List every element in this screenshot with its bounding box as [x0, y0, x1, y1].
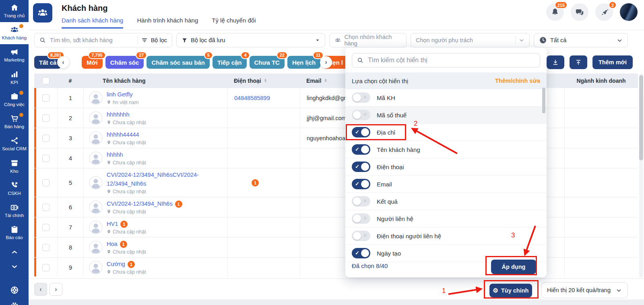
customer-group-select[interactable]: Chọn nhóm khách hàng	[329, 33, 407, 47]
row-checkbox[interactable]	[42, 94, 50, 102]
row-checkbox[interactable]	[42, 204, 50, 211]
toggle-switch[interactable]: ✓ ✕	[352, 144, 370, 155]
time-filter-select[interactable]: Tất cả	[534, 33, 628, 47]
status-chip[interactable]: Chưa TC 22	[250, 56, 285, 69]
phone-link[interactable]	[227, 237, 300, 257]
column-toggle-item[interactable]: ✓ ✕ Email	[345, 176, 547, 193]
row-checkbox[interactable]	[42, 135, 50, 142]
tab[interactable]: Danh sách khách hàng	[62, 17, 123, 29]
column-toggle-item[interactable]: ✓ ✕ Người liên hệ	[345, 210, 547, 227]
sidebar-item[interactable]	[0, 260, 29, 275]
customer-search-input[interactable]	[49, 37, 134, 44]
saved-filters-select[interactable]: Bộ lọc đã lưu	[176, 33, 325, 47]
toggle-switch[interactable]: ✓ ✕	[352, 179, 370, 189]
prev-page-button[interactable]: ‹	[34, 283, 47, 296]
toggle-switch[interactable]: ✓ ✕	[352, 162, 370, 172]
dropdown-scrollbar-thumb[interactable]	[542, 88, 545, 113]
phone-link[interactable]	[227, 197, 300, 217]
table-row[interactable]: 4 hhhhh Chưa cập nhật	[34, 148, 638, 168]
sidebar-item[interactable]: KPI	[0, 67, 29, 89]
row-checkbox[interactable]	[42, 244, 50, 251]
sidebar-item[interactable]: Khách hàng	[0, 22, 29, 44]
status-chip[interactable]: Chăm sóc sau bán 5	[147, 56, 210, 69]
table-row[interactable]: 7 HV11 Chưa cập nhật	[34, 217, 638, 237]
column-toggle-item[interactable]: ✓ ✕ Địa chỉ	[345, 124, 547, 141]
sidebar-item[interactable]: Kho	[0, 156, 29, 178]
phone-link[interactable]	[227, 128, 300, 148]
customer-name-link[interactable]: HV11	[107, 220, 146, 229]
chips-scroll-left-button[interactable]: ‹	[57, 56, 69, 68]
next-page-button[interactable]: ›	[50, 283, 62, 296]
customer-name-link[interactable]: CVI/2024-12/3494_NIh6sCVI/2024-12/3494_N…	[107, 171, 227, 188]
column-toggle-item[interactable]: ✓ ✕ Tên khách hàng	[345, 141, 547, 158]
export-button[interactable]	[547, 55, 564, 69]
sidebar-item[interactable]: Tài chính	[0, 200, 29, 222]
column-header-phone[interactable]: Điện thoại ▲▼	[227, 78, 300, 84]
phone-link[interactable]	[227, 217, 300, 237]
customer-name-link[interactable]: hhhhh	[107, 151, 146, 160]
table-row[interactable]: 3 hhhhh44444 Chưa cập nhật nguyenhoahoa1	[34, 128, 638, 148]
row-checkbox[interactable]	[42, 179, 50, 186]
table-row[interactable]: 9 Cường1 Chưa cập nhật	[34, 258, 638, 276]
add-new-button[interactable]: Thêm mới	[592, 55, 633, 69]
sidebar-item[interactable]: CSKH	[0, 178, 29, 200]
customer-name-link[interactable]: Cường1	[107, 260, 146, 269]
phone-link[interactable]	[227, 258, 300, 276]
column-toggle-item[interactable]: ✓ ✕ Điện thoại người liên hệ	[345, 227, 547, 245]
phone-link[interactable]: 04848585899	[227, 88, 300, 108]
phone-link[interactable]	[227, 148, 300, 168]
status-chip[interactable]: Mới 7,795	[82, 56, 102, 69]
sidebar-item[interactable]: Marketing	[0, 44, 29, 66]
page-size-select[interactable]: Hiển thị 20 kết quả/trang	[541, 282, 628, 298]
user-avatar[interactable]	[620, 3, 638, 21]
status-chip[interactable]: Chăm sóc 27	[105, 56, 144, 69]
select-all-checkbox[interactable]	[42, 77, 50, 84]
sidebar-item[interactable]	[0, 298, 29, 305]
sidebar-item[interactable]: Social CRM	[0, 133, 29, 155]
sort-icon[interactable]: ▲▼	[264, 79, 267, 82]
toggle-switch[interactable]: ✓ ✕	[352, 196, 370, 207]
column-toggle-item[interactable]: ✓ ✕ Kết quả	[345, 193, 547, 210]
add-edit-columns-link[interactable]: Thêm/chỉnh sửa	[495, 78, 540, 84]
row-checkbox[interactable]	[42, 264, 50, 271]
phone-link[interactable]	[227, 168, 300, 197]
page-scrollbar-thumb[interactable]	[639, 75, 643, 160]
status-chip[interactable]: Hẹn lịch 11	[287, 56, 320, 69]
table-row[interactable]: 6 CVI/2024-12/3494_NIh6s1 Chưa cập nhật	[34, 197, 638, 217]
toggle-switch[interactable]: ✓ ✕	[352, 127, 370, 137]
tab[interactable]: Hành trình khách hàng	[137, 17, 198, 29]
toggle-switch[interactable]: ✓ ✕	[352, 213, 370, 224]
sidebar-item[interactable]: Công việc	[0, 89, 29, 111]
customer-name-link[interactable]: hhhhhhh	[107, 111, 146, 119]
chat-button[interactable]	[571, 3, 588, 21]
apply-button[interactable]: Áp dụng	[491, 260, 536, 274]
sidebar-item[interactable]: Bán hàng	[0, 111, 29, 133]
sidebar-item[interactable]: Trang chủ	[0, 0, 29, 22]
whats-new-rocket-button[interactable]: 2	[595, 3, 613, 21]
toggle-switch[interactable]: ✓ ✕	[352, 110, 370, 120]
customer-name-link[interactable]: CVI/2024-12/3494_NIh6s1	[107, 200, 182, 209]
import-button[interactable]	[570, 55, 587, 69]
table-row[interactable]: 1 linh Getfly hn việt nam 04848585899 li…	[34, 88, 638, 108]
table-row[interactable]: 8 Hoa1 Chưa cập nhật	[34, 237, 638, 258]
row-checkbox[interactable]	[42, 224, 50, 231]
filter-button[interactable]: Bộ lọc	[151, 37, 167, 43]
customize-button[interactable]: ⚙ Tùy chỉnh	[489, 284, 532, 297]
notifications-bell-button[interactable]: 215	[546, 3, 564, 21]
sidebar-item[interactable]	[0, 244, 29, 260]
assignee-select[interactable]: Chọn người phụ trách	[411, 33, 530, 47]
status-chip[interactable]: Tiếp cận 4	[213, 56, 247, 69]
toggle-switch[interactable]: ✓ ✕	[352, 231, 370, 241]
chips-scroll-right-button[interactable]: ›	[320, 56, 332, 68]
column-toggle-item[interactable]: ✓ ✕ Mã số thuế	[345, 106, 547, 124]
row-checkbox[interactable]	[42, 155, 50, 162]
row-checkbox[interactable]	[42, 115, 50, 122]
customer-name-link[interactable]: hhhhh44444	[107, 131, 146, 139]
customer-name-link[interactable]: Hoa1	[107, 240, 146, 249]
column-toggle-item[interactable]: ✓ ✕ Điện thoại	[345, 158, 547, 176]
sort-icon[interactable]: ▲▼	[324, 79, 327, 82]
column-toggle-item[interactable]: ✓ ✕ Mã KH	[345, 89, 547, 106]
toggle-switch[interactable]: ✓ ✕	[352, 248, 370, 258]
column-search-input[interactable]	[367, 56, 535, 64]
sidebar-item[interactable]	[0, 282, 29, 298]
